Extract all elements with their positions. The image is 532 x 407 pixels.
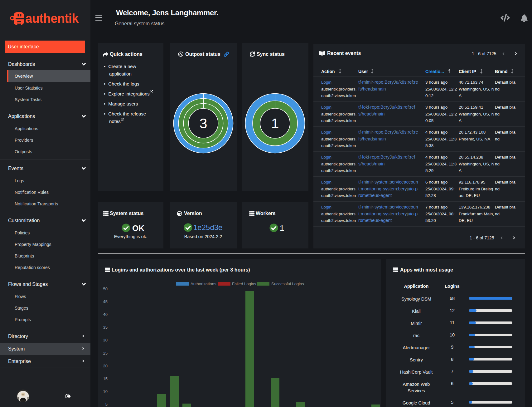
svg-text:authentik: authentik xyxy=(25,12,79,25)
svg-text:3: 3 xyxy=(199,115,207,131)
svg-text:1: 1 xyxy=(271,115,279,131)
